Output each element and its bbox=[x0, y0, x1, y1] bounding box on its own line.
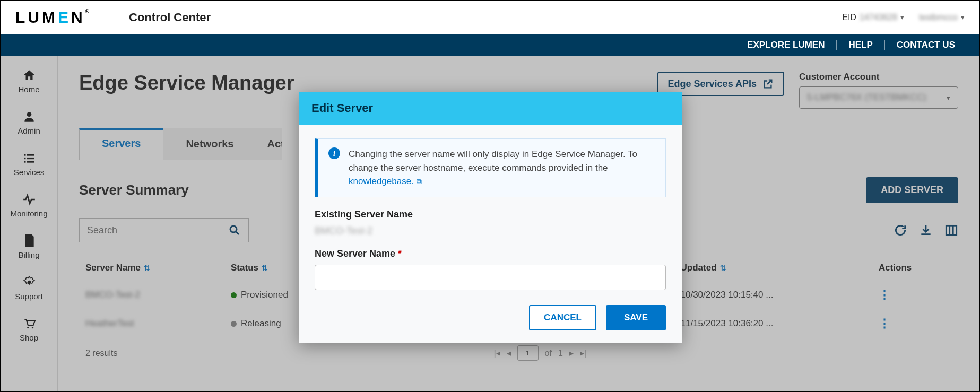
eid-label: EID bbox=[842, 13, 856, 22]
info-icon: i bbox=[328, 147, 340, 159]
new-server-name-label: New Server Name * bbox=[315, 248, 666, 259]
cancel-button[interactable]: CANCEL bbox=[529, 305, 596, 330]
nav-explore-lumen[interactable]: EXPLORE LUMEN bbox=[735, 40, 836, 50]
user-value: testbmcco bbox=[919, 13, 958, 22]
required-indicator: * bbox=[398, 248, 402, 259]
existing-server-name-label: Existing Server Name bbox=[315, 209, 666, 220]
user-dropdown[interactable]: testbmcco ▾ bbox=[919, 13, 965, 22]
info-alert: i Changing the server name will only dis… bbox=[315, 138, 666, 197]
top-nav-bar: EXPLORE LUMEN HELP CONTACT US bbox=[1, 34, 979, 56]
registered-icon: ® bbox=[85, 8, 92, 14]
modal-title: Edit Server bbox=[299, 92, 682, 125]
knowledgebase-link[interactable]: knowledgebase. ⧉ bbox=[349, 176, 422, 186]
nav-contact-us[interactable]: CONTACT US bbox=[884, 40, 967, 50]
nav-help[interactable]: HELP bbox=[836, 40, 884, 50]
app-title: Control Center bbox=[129, 11, 211, 24]
edit-server-modal: Edit Server i Changing the server name w… bbox=[299, 92, 682, 343]
eid-value: 14743628 bbox=[860, 13, 897, 22]
logo-text-post: N bbox=[71, 8, 85, 26]
existing-server-name-value: BMCO-Test-2 bbox=[315, 225, 666, 237]
chevron-down-icon: ▾ bbox=[961, 13, 965, 21]
logo-text-mid: E bbox=[58, 8, 71, 26]
new-server-name-input[interactable] bbox=[315, 265, 666, 290]
eid-dropdown[interactable]: EID 14743628 ▾ bbox=[842, 13, 904, 22]
external-link-icon: ⧉ bbox=[417, 177, 422, 186]
chevron-down-icon: ▾ bbox=[900, 13, 904, 21]
info-text: Changing the server name will only displ… bbox=[349, 149, 637, 173]
lumen-logo[interactable]: LUMEN® bbox=[15, 8, 92, 27]
save-button[interactable]: SAVE bbox=[606, 305, 666, 330]
top-header: LUMEN® Control Center EID 14743628 ▾ tes… bbox=[1, 1, 979, 34]
logo-text-pre: LUM bbox=[15, 8, 58, 26]
